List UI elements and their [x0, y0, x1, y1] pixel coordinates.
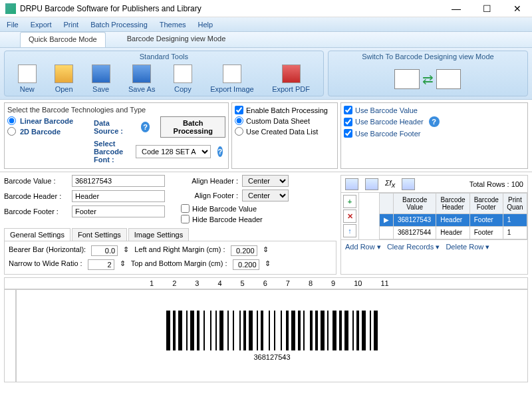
menu-batch[interactable]: Batch Processing	[90, 21, 148, 29]
menu-themes[interactable]: Themes	[160, 21, 186, 29]
data-grid[interactable]: Barcode ValueBarcode HeaderBarcode Foote…	[379, 193, 527, 239]
maximize-button[interactable]: ☐	[477, 3, 496, 14]
barcode-text: 368127543	[253, 353, 290, 361]
export-pdf-button[interactable]: Export PDF	[268, 63, 314, 94]
spinner-icon[interactable]: ⇕	[120, 259, 126, 270]
barcode-value-input[interactable]	[72, 175, 165, 187]
help-icon-3[interactable]: ?	[429, 116, 440, 127]
new-icon	[18, 65, 37, 83]
hide-header-checkbox[interactable]	[181, 215, 190, 223]
barcode-canvas[interactable]: 368127543	[16, 289, 528, 382]
design-preview-icon	[436, 69, 462, 89]
narrow-ratio-label: Narrow to Wide Ratio :	[9, 259, 82, 270]
window-title: DRPU Barcode Software for Publishers and…	[20, 4, 447, 13]
barcode-value-label: Barcode Value :	[4, 177, 68, 185]
delete-row-button[interactable]: ✕	[343, 209, 356, 223]
save-as-button[interactable]: Save As	[124, 63, 159, 94]
hide-value-checkbox[interactable]	[181, 204, 190, 213]
excel-icon[interactable]	[345, 178, 358, 190]
tab-design-mode[interactable]: Barcode Designing view Mode	[119, 32, 234, 47]
new-button[interactable]: New	[14, 63, 41, 94]
2d-barcode-radio[interactable]	[7, 127, 16, 136]
add-row-link[interactable]: Add Row	[345, 243, 375, 251]
use-footer-checkbox[interactable]	[344, 129, 352, 138]
custom-sheet-radio[interactable]	[235, 116, 243, 125]
hide-header-label: Hide Barcode Header	[192, 215, 263, 223]
align-footer-select[interactable]: Center	[242, 190, 289, 201]
barcode-font-select[interactable]: Code 128 SET A	[136, 145, 211, 158]
tab-image-settings[interactable]: Image Settings	[128, 228, 189, 241]
barcode-preview-icon	[394, 69, 420, 89]
batch-processing-button[interactable]: Batch Processing	[160, 116, 225, 138]
lr-margin-label: Left and Right Margin (cm) :	[134, 245, 225, 256]
formula-icon[interactable]: Σfx	[385, 179, 395, 189]
use-footer-label: Use Barcode Footer	[355, 130, 420, 138]
table-row[interactable]: 368127544HeaderFooter1	[380, 226, 527, 239]
export-icon[interactable]	[402, 178, 415, 190]
copy-button[interactable]: Copy	[170, 63, 196, 94]
select-font-label: Select Barcode Font :	[94, 140, 132, 164]
2d-barcode-label: 2D Barcode	[20, 128, 61, 136]
minimize-button[interactable]: —	[447, 3, 466, 14]
tb-margin-input[interactable]: 0.200	[233, 259, 259, 270]
vertical-ruler	[4, 289, 16, 382]
use-value-label: Use Barcode Value	[355, 106, 418, 114]
menu-help[interactable]: Help	[198, 21, 213, 29]
barcode-header-label: Barcode Header :	[4, 192, 68, 200]
move-up-button[interactable]: ↑	[343, 224, 356, 237]
bearer-bar-input[interactable]: 0.0	[91, 245, 118, 256]
use-value-checkbox[interactable]	[344, 106, 352, 114]
linear-barcode-radio[interactable]	[7, 116, 16, 125]
switch-mode-button[interactable]: ⇄	[394, 66, 461, 92]
import-icon[interactable]	[365, 178, 378, 190]
save-as-icon	[132, 65, 151, 83]
arrow-right-icon: ⇄	[422, 71, 434, 87]
help-icon[interactable]: ?	[141, 122, 150, 132]
tb-margin-label: Top and Bottom Margin (cm) :	[131, 259, 227, 270]
copy-icon	[174, 65, 192, 83]
select-tech-label: Select the Barcode Technologies and Type	[7, 106, 225, 114]
enable-batch-label: Enable Batch Processing	[246, 106, 328, 114]
align-header-label: Align Header :	[181, 177, 238, 185]
export-image-button[interactable]: Export Image	[206, 63, 257, 94]
save-button[interactable]: Save	[88, 63, 114, 94]
spinner-icon[interactable]: ⇕	[263, 245, 269, 256]
add-row-button[interactable]: +	[343, 195, 356, 208]
enable-batch-checkbox[interactable]	[235, 106, 243, 114]
open-icon	[55, 65, 73, 83]
menu-export[interactable]: Export	[31, 21, 52, 29]
align-footer-label: Align Footer :	[181, 192, 238, 200]
spinner-icon[interactable]: ⇕	[265, 259, 271, 270]
bearer-bar-label: Bearer Bar (Horizontal):	[9, 245, 86, 256]
linear-barcode-label: Linear Barcode	[20, 117, 73, 125]
total-rows-label: Total Rows : 100	[469, 180, 523, 188]
use-header-checkbox[interactable]	[344, 118, 352, 126]
menu-print[interactable]: Print	[64, 21, 79, 29]
barcode-footer-input[interactable]	[72, 205, 165, 217]
standard-tools-title: Standard Tools	[5, 51, 323, 62]
close-button[interactable]: ✕	[508, 3, 527, 14]
export-pdf-icon	[282, 65, 301, 83]
narrow-ratio-input[interactable]: 2	[88, 259, 114, 270]
delete-row-link[interactable]: Delete Row	[446, 243, 483, 251]
created-list-radio[interactable]	[235, 127, 243, 136]
table-row[interactable]: ▶368127543HeaderFooter1	[380, 213, 527, 226]
barcode-image	[166, 311, 378, 350]
tab-quick-mode[interactable]: Quick Barcode Mode	[20, 32, 106, 47]
spinner-icon[interactable]: ⇕	[123, 245, 129, 256]
custom-sheet-label: Custom Data Sheet	[246, 117, 310, 125]
barcode-footer-label: Barcode Footer :	[4, 207, 68, 215]
menu-file[interactable]: File	[7, 21, 19, 29]
lr-margin-input[interactable]: 0.200	[231, 245, 257, 256]
help-icon-2[interactable]: ?	[217, 146, 223, 157]
tab-general-settings[interactable]: General Settings	[4, 228, 70, 241]
align-header-select[interactable]: Center	[242, 175, 289, 187]
use-header-label: Use Barcode Header	[355, 118, 424, 126]
menubar: File Export Print Batch Processing Theme…	[0, 17, 532, 32]
created-list-label: Use Created Data List	[246, 128, 318, 136]
barcode-header-input[interactable]	[72, 190, 165, 202]
clear-records-link[interactable]: Clear Records	[387, 243, 434, 251]
save-icon	[92, 65, 110, 83]
open-button[interactable]: Open	[51, 63, 77, 94]
tab-font-settings[interactable]: Font Settings	[72, 228, 127, 241]
